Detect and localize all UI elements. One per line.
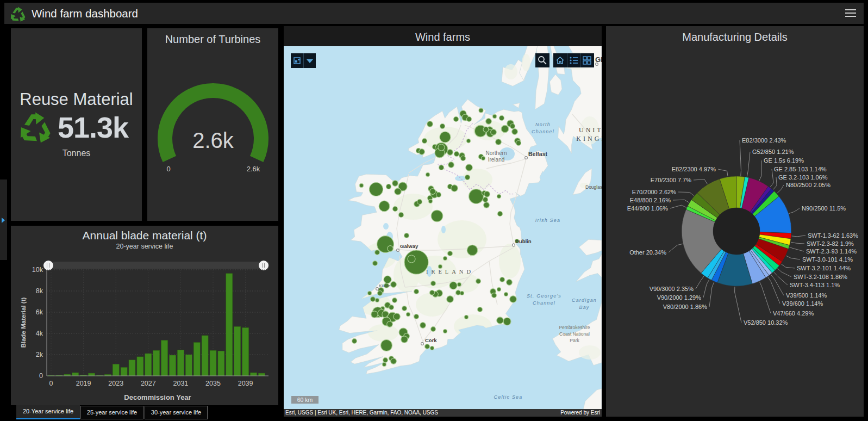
svg-text:2023: 2023 bbox=[108, 380, 123, 387]
svg-text:GE 1.5s 6.19%: GE 1.5s 6.19% bbox=[764, 157, 804, 164]
svg-text:SWT-2.3-82 1.9%: SWT-2.3-82 1.9% bbox=[807, 240, 854, 247]
svg-text:0: 0 bbox=[166, 165, 170, 173]
svg-text:Northern: Northern bbox=[486, 150, 507, 156]
svg-text:E70/2000 2.62%: E70/2000 2.62% bbox=[632, 189, 677, 195]
svg-text:0: 0 bbox=[39, 372, 43, 380]
svg-text:St. George's: St. George's bbox=[527, 293, 561, 299]
svg-text:V90/2000 1.29%: V90/2000 1.29% bbox=[657, 294, 702, 301]
svg-text:Annual blade material (t): Annual blade material (t) bbox=[83, 229, 207, 242]
svg-text:GE 2.85-103 1.14%: GE 2.85-103 1.14% bbox=[774, 166, 827, 172]
svg-text:V90/3000 2.35%: V90/3000 2.35% bbox=[650, 286, 694, 292]
svg-text:2031: 2031 bbox=[173, 380, 188, 387]
svg-text:0: 0 bbox=[49, 380, 53, 387]
svg-text:Galway: Galway bbox=[400, 243, 419, 249]
svg-text:Ireland: Ireland bbox=[488, 157, 505, 163]
svg-text:4k: 4k bbox=[36, 330, 43, 337]
svg-text:Celtic Sea: Celtic Sea bbox=[494, 394, 522, 400]
svg-text:Belfast: Belfast bbox=[528, 151, 548, 157]
svg-text:G52/850 1.21%: G52/850 1.21% bbox=[752, 148, 794, 155]
svg-text:Decommission Year: Decommission Year bbox=[124, 393, 191, 401]
svg-text:2027: 2027 bbox=[141, 380, 156, 387]
svg-text:SWT-1.3-62 1.63%: SWT-1.3-62 1.63% bbox=[808, 232, 858, 239]
svg-text:GE 3.2-103 1.06%: GE 3.2-103 1.06% bbox=[778, 174, 828, 181]
svg-text:Cardigan: Cardigan bbox=[572, 298, 597, 303]
svg-text:SWT-3.0-101 4.1%: SWT-3.0-101 4.1% bbox=[802, 256, 853, 263]
svg-text:SWT-3.2-108 1.86%: SWT-3.2-108 1.86% bbox=[794, 274, 847, 280]
svg-text:Coast National: Coast National bbox=[559, 331, 590, 337]
svg-text:Channel: Channel bbox=[533, 300, 555, 306]
svg-text:E82/2300 4.97%: E82/2300 4.97% bbox=[672, 166, 716, 172]
svg-text:Kilkee: Kilkee bbox=[379, 283, 391, 288]
svg-text:2035: 2035 bbox=[205, 380, 221, 387]
svg-text:V47/660 4.29%: V47/660 4.29% bbox=[773, 310, 814, 317]
svg-text:Park: Park bbox=[570, 338, 579, 343]
svg-text:20-year service life: 20-year service life bbox=[116, 243, 173, 250]
svg-text:IRELAND: IRELAND bbox=[426, 269, 474, 275]
svg-text:Other 20.34%: Other 20.34% bbox=[629, 249, 666, 256]
svg-text:Channel: Channel bbox=[532, 129, 554, 134]
svg-text:UNITE: UNITE bbox=[579, 126, 602, 134]
svg-text:Irish Sea: Irish Sea bbox=[535, 218, 560, 223]
svg-text:Gl: Gl bbox=[595, 55, 602, 64]
svg-text:N80/2500 2.05%: N80/2500 2.05% bbox=[786, 182, 830, 188]
svg-text:North: North bbox=[535, 122, 551, 127]
svg-text:8k: 8k bbox=[36, 287, 43, 295]
svg-text:2.6k: 2.6k bbox=[192, 128, 234, 152]
svg-text:SWT-3.2-101 1.44%: SWT-3.2-101 1.44% bbox=[797, 265, 851, 271]
svg-text:V80/2000 1.86%: V80/2000 1.86% bbox=[663, 304, 708, 310]
svg-text:10k: 10k bbox=[32, 266, 43, 274]
svg-text:Cork: Cork bbox=[425, 337, 437, 343]
svg-text:N90/2500 11.5%: N90/2500 11.5% bbox=[802, 205, 846, 212]
svg-text:SWT-2.3-93 1.14%: SWT-2.3-93 1.14% bbox=[806, 248, 857, 255]
svg-text:E70/2300 7.7%: E70/2300 7.7% bbox=[651, 177, 691, 183]
svg-text:Bay: Bay bbox=[579, 305, 589, 310]
svg-text:6k: 6k bbox=[36, 308, 43, 316]
svg-text:V39/500 1.14%: V39/500 1.14% bbox=[786, 292, 827, 299]
svg-text:Dublin: Dublin bbox=[515, 238, 532, 244]
svg-text:KINGDO: KINGDO bbox=[576, 135, 602, 143]
svg-text:V39/600 1.14%: V39/600 1.14% bbox=[782, 300, 823, 307]
svg-text:2019: 2019 bbox=[76, 380, 91, 387]
svg-text:SWT-3.4-113 1.1%: SWT-3.4-113 1.1% bbox=[790, 282, 840, 288]
svg-text:V52/850 10.32%: V52/850 10.32% bbox=[744, 319, 788, 326]
svg-text:E48/800 2.16%: E48/800 2.16% bbox=[630, 197, 671, 203]
svg-text:Douglas: Douglas bbox=[585, 184, 602, 190]
svg-text:Pembrokeshire: Pembrokeshire bbox=[559, 325, 590, 330]
svg-text:Blade Material (t): Blade Material (t) bbox=[20, 298, 27, 348]
svg-text:2039: 2039 bbox=[238, 380, 253, 387]
svg-text:E44/900 1.06%: E44/900 1.06% bbox=[627, 205, 668, 212]
svg-text:E82/3000 2.43%: E82/3000 2.43% bbox=[742, 137, 786, 144]
svg-text:2.6k: 2.6k bbox=[247, 165, 260, 173]
svg-text:2k: 2k bbox=[36, 351, 43, 358]
